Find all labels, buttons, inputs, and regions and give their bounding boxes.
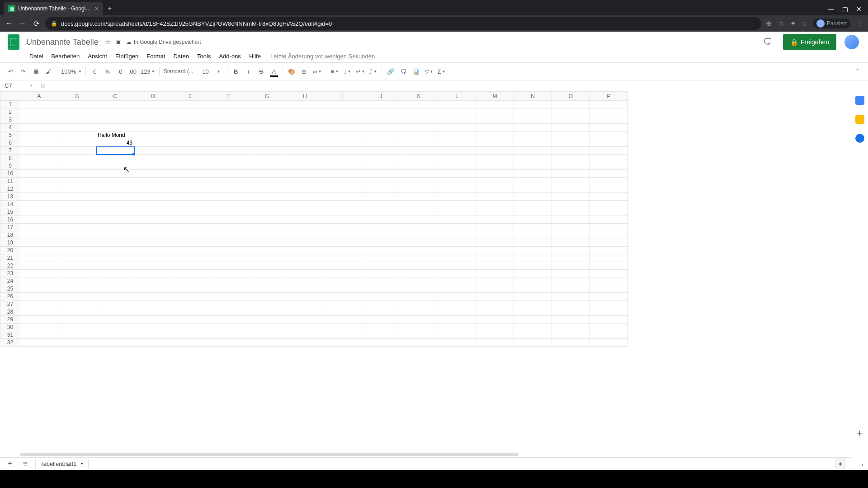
cell[interactable] xyxy=(20,201,58,208)
cell[interactable] xyxy=(58,247,96,254)
cell[interactable] xyxy=(552,262,590,270)
cell[interactable] xyxy=(286,216,324,224)
cell[interactable] xyxy=(400,331,438,339)
cell[interactable] xyxy=(362,308,400,316)
cell[interactable] xyxy=(286,178,324,185)
cell[interactable] xyxy=(286,162,324,170)
cell[interactable] xyxy=(134,185,172,193)
cell[interactable] xyxy=(438,339,476,347)
cell[interactable] xyxy=(514,147,552,155)
cell[interactable] xyxy=(590,300,628,308)
cell[interactable] xyxy=(248,254,286,262)
cell[interactable] xyxy=(210,147,248,155)
cell[interactable] xyxy=(362,231,400,239)
cell[interactable] xyxy=(476,116,514,124)
cell[interactable] xyxy=(514,193,552,201)
currency-button[interactable]: € xyxy=(89,66,100,77)
cell[interactable] xyxy=(438,147,476,155)
select-all-corner[interactable] xyxy=(0,92,20,101)
cell[interactable] xyxy=(438,231,476,239)
url-box[interactable]: 🔒 docs.google.com/spreadsheets/d/1SF42SZ… xyxy=(45,17,761,30)
font-family-selector[interactable]: Standard (...▼ xyxy=(162,66,194,77)
menu-daten[interactable]: Daten xyxy=(170,51,192,61)
reading-list-icon[interactable]: ≡ xyxy=(802,20,807,28)
cell[interactable] xyxy=(476,193,514,201)
browser-tab[interactable]: ▦ Unbenannte Tabelle - Google Ta × xyxy=(4,2,103,15)
menu-einfuegen[interactable]: Einfügen xyxy=(112,51,142,61)
cell[interactable] xyxy=(20,316,58,324)
cell[interactable] xyxy=(210,101,248,108)
cell[interactable] xyxy=(58,131,96,139)
menu-datei[interactable]: Datei xyxy=(26,51,46,61)
cell[interactable] xyxy=(590,331,628,339)
cell[interactable] xyxy=(210,178,248,185)
cell[interactable] xyxy=(362,170,400,178)
close-window-icon[interactable]: ✕ xyxy=(856,5,862,13)
row-header[interactable]: 32 xyxy=(0,339,20,347)
new-tab-button[interactable]: + xyxy=(108,5,112,15)
cell[interactable] xyxy=(362,293,400,300)
cell[interactable] xyxy=(514,116,552,124)
cell[interactable] xyxy=(96,316,134,324)
cell[interactable] xyxy=(400,185,438,193)
cell[interactable] xyxy=(552,339,590,347)
cell[interactable] xyxy=(96,324,134,331)
cell[interactable] xyxy=(362,162,400,170)
cell[interactable] xyxy=(172,147,210,155)
cell[interactable] xyxy=(476,178,514,185)
cell[interactable] xyxy=(324,108,362,116)
cell[interactable] xyxy=(210,254,248,262)
cell[interactable] xyxy=(476,108,514,116)
cell[interactable] xyxy=(58,231,96,239)
cell[interactable] xyxy=(590,262,628,270)
cell[interactable] xyxy=(134,308,172,316)
cell[interactable] xyxy=(210,116,248,124)
cell[interactable] xyxy=(400,170,438,178)
cell[interactable] xyxy=(438,308,476,316)
cell[interactable] xyxy=(476,185,514,193)
menu-addons[interactable]: Add-ons xyxy=(216,51,244,61)
cell[interactable] xyxy=(476,270,514,277)
row-header[interactable]: 31 xyxy=(0,331,20,339)
cell[interactable] xyxy=(96,270,134,277)
chrome-menu-icon[interactable]: ⋮ xyxy=(857,19,863,28)
cell[interactable] xyxy=(248,247,286,254)
cell[interactable] xyxy=(552,254,590,262)
cell[interactable] xyxy=(438,101,476,108)
cell[interactable] xyxy=(590,155,628,162)
filter-button[interactable]: ▽▼ xyxy=(423,66,434,77)
cell[interactable] xyxy=(172,239,210,247)
cell[interactable] xyxy=(362,108,400,116)
cell[interactable] xyxy=(20,178,58,185)
column-header[interactable]: I xyxy=(324,92,362,101)
cell[interactable] xyxy=(438,277,476,285)
cell[interactable] xyxy=(134,101,172,108)
row-header[interactable]: 11 xyxy=(0,178,20,185)
cell[interactable] xyxy=(134,170,172,178)
italic-button[interactable]: I xyxy=(243,66,255,77)
cell[interactable] xyxy=(552,185,590,193)
maximize-icon[interactable]: ▢ xyxy=(842,5,848,13)
cell[interactable] xyxy=(20,185,58,193)
row-header[interactable]: 9 xyxy=(0,162,20,170)
cell[interactable] xyxy=(514,178,552,185)
cell[interactable] xyxy=(552,300,590,308)
cell[interactable] xyxy=(96,239,134,247)
cell[interactable] xyxy=(438,193,476,201)
cell[interactable] xyxy=(590,139,628,147)
cell[interactable] xyxy=(400,116,438,124)
cell[interactable] xyxy=(20,139,58,147)
keep-icon[interactable] xyxy=(855,115,864,124)
row-header[interactable]: 22 xyxy=(0,262,20,270)
cell[interactable] xyxy=(590,316,628,324)
cell[interactable] xyxy=(96,331,134,339)
cell[interactable] xyxy=(210,239,248,247)
cell[interactable] xyxy=(590,339,628,347)
cell[interactable] xyxy=(248,208,286,216)
cell[interactable] xyxy=(438,216,476,224)
cell[interactable] xyxy=(248,239,286,247)
cell[interactable] xyxy=(438,162,476,170)
cell[interactable] xyxy=(476,201,514,208)
explore-button[interactable]: ✦ xyxy=(835,458,846,470)
row-header[interactable]: 8 xyxy=(0,155,20,162)
